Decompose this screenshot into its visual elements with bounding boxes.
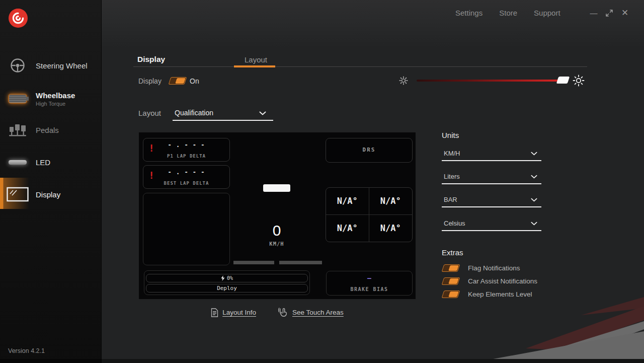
tyre-temp-value: N/A°	[369, 188, 413, 215]
temperature-unit-select[interactable]: Celsius	[442, 218, 541, 231]
sidebar-item-label: Wheelbase	[36, 91, 75, 100]
store-link[interactable]: Store	[499, 9, 517, 17]
car-assist-notifications-row: Car Assist Notifications	[443, 277, 537, 285]
best-lap-delta-box: ! - . - - - BEST LAP DELTA	[143, 165, 230, 189]
layout-select[interactable]: Qualification	[173, 107, 273, 121]
chevron-down-icon	[531, 152, 537, 156]
layout-info-link[interactable]: Layout Info	[211, 308, 256, 317]
display-icon	[7, 187, 29, 202]
led-bar-icon	[7, 160, 29, 165]
minimize-button[interactable]: —	[590, 9, 598, 17]
speed-value: 0	[252, 222, 302, 239]
progress-bar-left	[233, 261, 274, 264]
brightness-high-icon	[572, 74, 586, 88]
pedals-icon	[7, 123, 29, 136]
car-assist-notifications-label: Car Assist Notifications	[468, 277, 537, 285]
empty-element-box	[143, 193, 230, 265]
deploy-label: Deploy	[217, 285, 237, 292]
tab-layout[interactable]: Layout	[245, 55, 267, 64]
sidebar-item-label: Display	[36, 190, 60, 199]
brightness-slider-handle[interactable]	[556, 77, 570, 84]
sidebar: Steering Wheel Wheelbase High Torque	[0, 0, 102, 363]
keep-elements-level-toggle[interactable]	[442, 291, 460, 298]
chevron-down-icon	[259, 111, 266, 115]
fuel-unit-select[interactable]: Liters	[442, 171, 541, 184]
display-toggle-label: Display	[138, 77, 162, 85]
see-touch-areas-label: See Touch Areas	[292, 309, 344, 316]
version-label: Version 4.2.1	[8, 347, 45, 354]
window-controls: — ✕	[590, 8, 629, 18]
energy-deploy-box: 0% Deploy	[144, 270, 310, 295]
units-section-title: Units	[442, 131, 459, 139]
sidebar-item-sublabel: High Torque	[36, 101, 75, 107]
flag-notifications-toggle[interactable]	[442, 264, 460, 272]
tab-active-indicator	[234, 65, 275, 67]
app-logo	[9, 9, 28, 28]
temperature-unit-select-value: Celsius	[444, 220, 465, 227]
brightness-slider-track[interactable]	[417, 80, 558, 82]
sidebar-item-label: LED	[36, 158, 50, 167]
decorative-swoosh-graphic	[478, 297, 644, 363]
app-window: Settings Store Support — ✕	[0, 0, 644, 363]
sidebar-item-wheelbase[interactable]: Wheelbase High Torque	[0, 88, 101, 110]
brake-bias-label: BRAKE BIAS	[327, 286, 412, 292]
support-link[interactable]: Support	[534, 9, 560, 17]
sidebar-item-steering-wheel[interactable]: Steering Wheel	[0, 55, 101, 76]
tyre-temps-grid: N/A° N/A° N/A° N/A°	[326, 187, 413, 242]
maximize-button[interactable]	[605, 9, 613, 17]
tyre-temp-value: N/A°	[326, 188, 369, 215]
sidebar-item-led[interactable]: LED	[0, 153, 101, 171]
close-button[interactable]: ✕	[621, 8, 629, 18]
brake-bias-value: –	[327, 274, 412, 282]
topbar-background	[101, 0, 644, 48]
touch-hand-icon	[278, 308, 288, 317]
display-preview: ! - . - - - P1 LAP DELTA ! - . - - - BES…	[139, 132, 416, 299]
sidebar-item-display[interactable]: Display	[0, 185, 101, 204]
keep-elements-level-row: Keep Elements Level	[443, 291, 532, 298]
document-icon	[211, 308, 218, 317]
brightness-low-icon	[398, 75, 409, 86]
settings-link[interactable]: Settings	[455, 9, 482, 17]
p1-lap-delta-label: P1 LAP DELTA	[143, 154, 229, 159]
tab-display[interactable]: Display	[137, 55, 165, 64]
preview-footer-links: Layout Info See Touch Areas	[139, 308, 416, 317]
p1-lap-delta-value: - . - - -	[143, 141, 229, 149]
energy-value: 0%	[227, 275, 233, 281]
brake-bias-box: – BRAKE BIAS	[326, 271, 413, 296]
extras-section-title: Extras	[442, 248, 463, 257]
wheelbase-icon	[7, 95, 29, 103]
topbar-links: Settings Store Support	[455, 9, 560, 17]
sidebar-item-label: Steering Wheel	[36, 61, 88, 70]
steering-wheel-icon	[7, 57, 29, 74]
best-lap-delta-label: BEST LAP DELTA	[143, 181, 229, 186]
layout-select-value: Qualification	[175, 109, 213, 117]
sidebar-item-pedals[interactable]: Pedals	[0, 121, 101, 139]
expand-icon	[605, 9, 613, 17]
gear-indicator	[263, 184, 290, 192]
sidebar-item-label: Pedals	[36, 126, 59, 134]
chevron-down-icon	[531, 175, 537, 179]
fuel-unit-select-value: Liters	[444, 173, 460, 180]
car-assist-notifications-toggle[interactable]	[442, 277, 460, 285]
speed-unit-select-value: KM/H	[444, 150, 460, 157]
layout-info-label: Layout Info	[222, 309, 256, 316]
logo-spiral-icon	[12, 12, 25, 25]
display-toggle[interactable]	[169, 77, 187, 85]
pressure-unit-select-value: BAR	[444, 196, 457, 203]
drs-box: DRS	[326, 138, 413, 163]
deploy-bar: Deploy	[146, 284, 308, 293]
best-lap-delta-value: - . - - -	[143, 169, 229, 176]
drs-label: DRS	[326, 147, 412, 153]
progress-bar-right	[279, 261, 322, 264]
speed-unit-label: KM/H	[252, 241, 302, 247]
chevron-down-icon	[531, 198, 537, 202]
display-toggle-state: On	[190, 77, 199, 85]
speed-unit-select[interactable]: KM/H	[442, 148, 541, 161]
energy-bar: 0%	[146, 274, 308, 282]
flag-notifications-label: Flag Notifications	[468, 264, 520, 272]
tab-divider	[133, 66, 587, 67]
keep-elements-level-label: Keep Elements Level	[468, 291, 532, 298]
pressure-unit-select[interactable]: BAR	[442, 194, 541, 207]
see-touch-areas-link[interactable]: See Touch Areas	[278, 308, 344, 317]
chevron-down-icon	[531, 222, 537, 226]
